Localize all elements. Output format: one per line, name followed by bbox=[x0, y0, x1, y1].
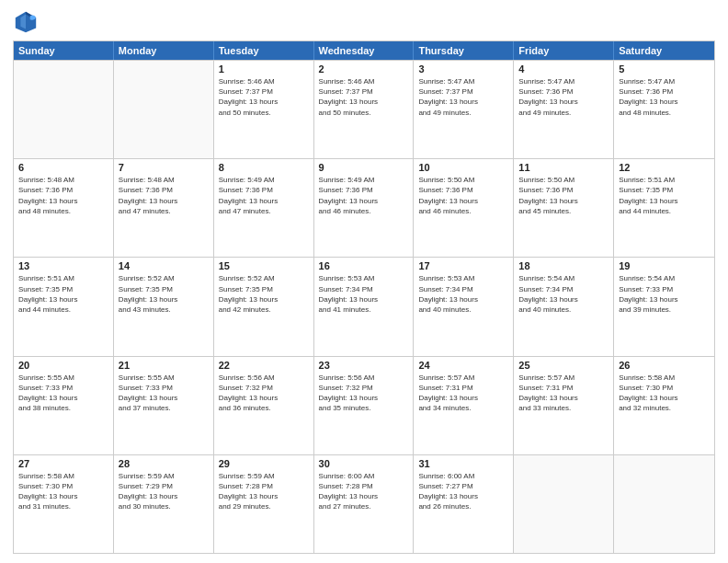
day-info: Sunrise: 5:54 AM Sunset: 7:33 PM Dayligh… bbox=[619, 273, 710, 315]
week-row-5: 27Sunrise: 5:58 AM Sunset: 7:30 PM Dayli… bbox=[14, 454, 714, 553]
cal-cell: 6Sunrise: 5:48 AM Sunset: 7:36 PM Daylig… bbox=[14, 159, 114, 257]
day-info: Sunrise: 5:57 AM Sunset: 7:31 PM Dayligh… bbox=[418, 373, 508, 414]
cal-cell: 3Sunrise: 5:47 AM Sunset: 7:37 PM Daylig… bbox=[414, 61, 514, 158]
day-number: 27 bbox=[18, 458, 108, 469]
day-info: Sunrise: 5:53 AM Sunset: 7:34 PM Dayligh… bbox=[418, 273, 508, 315]
cal-cell: 21Sunrise: 5:55 AM Sunset: 7:33 PM Dayli… bbox=[114, 357, 214, 454]
day-info: Sunrise: 5:46 AM Sunset: 7:37 PM Dayligh… bbox=[319, 76, 409, 118]
cal-cell: 30Sunrise: 6:00 AM Sunset: 7:28 PM Dayli… bbox=[314, 455, 415, 553]
cal-cell bbox=[514, 455, 614, 553]
cal-cell: 7Sunrise: 5:48 AM Sunset: 7:36 PM Daylig… bbox=[114, 159, 214, 257]
day-number: 30 bbox=[319, 458, 409, 469]
day-number: 18 bbox=[518, 260, 609, 271]
day-number: 31 bbox=[418, 458, 508, 469]
day-info: Sunrise: 5:50 AM Sunset: 7:36 PM Dayligh… bbox=[418, 175, 508, 216]
day-info: Sunrise: 5:54 AM Sunset: 7:34 PM Dayligh… bbox=[518, 273, 609, 315]
day-info: Sunrise: 5:48 AM Sunset: 7:36 PM Dayligh… bbox=[119, 175, 209, 216]
header-cell-monday: Monday bbox=[114, 41, 214, 60]
week-row-2: 6Sunrise: 5:48 AM Sunset: 7:36 PM Daylig… bbox=[14, 158, 714, 257]
day-info: Sunrise: 5:55 AM Sunset: 7:33 PM Dayligh… bbox=[18, 373, 108, 414]
day-info: Sunrise: 5:52 AM Sunset: 7:35 PM Dayligh… bbox=[119, 273, 209, 315]
day-info: Sunrise: 5:46 AM Sunset: 7:37 PM Dayligh… bbox=[219, 76, 309, 118]
calendar-body: 1Sunrise: 5:46 AM Sunset: 7:37 PM Daylig… bbox=[14, 60, 714, 553]
header-cell-tuesday: Tuesday bbox=[214, 41, 314, 60]
day-number: 19 bbox=[619, 260, 710, 271]
day-number: 16 bbox=[319, 260, 409, 271]
cal-cell: 23Sunrise: 5:56 AM Sunset: 7:32 PM Dayli… bbox=[314, 357, 415, 454]
day-number: 15 bbox=[219, 260, 309, 271]
cal-cell: 12Sunrise: 5:51 AM Sunset: 7:35 PM Dayli… bbox=[614, 159, 714, 257]
logo bbox=[13, 9, 42, 35]
header-cell-friday: Friday bbox=[514, 41, 614, 60]
cal-cell: 20Sunrise: 5:55 AM Sunset: 7:33 PM Dayli… bbox=[14, 357, 114, 454]
week-row-1: 1Sunrise: 5:46 AM Sunset: 7:37 PM Daylig… bbox=[14, 60, 714, 158]
day-number: 29 bbox=[219, 458, 309, 469]
day-number: 3 bbox=[418, 63, 508, 75]
day-number: 10 bbox=[418, 162, 508, 173]
day-number: 11 bbox=[518, 162, 609, 173]
day-info: Sunrise: 5:47 AM Sunset: 7:36 PM Dayligh… bbox=[518, 76, 609, 118]
page: SundayMondayTuesdayWednesdayThursdayFrid… bbox=[0, 0, 728, 563]
day-info: Sunrise: 5:58 AM Sunset: 7:30 PM Dayligh… bbox=[619, 373, 710, 414]
cal-cell: 17Sunrise: 5:53 AM Sunset: 7:34 PM Dayli… bbox=[414, 258, 514, 355]
cal-cell: 22Sunrise: 5:56 AM Sunset: 7:32 PM Dayli… bbox=[214, 357, 314, 454]
cal-cell: 5Sunrise: 5:47 AM Sunset: 7:36 PM Daylig… bbox=[614, 61, 714, 158]
day-number: 14 bbox=[119, 260, 209, 271]
cal-cell: 10Sunrise: 5:50 AM Sunset: 7:36 PM Dayli… bbox=[414, 159, 514, 257]
cal-cell: 9Sunrise: 5:49 AM Sunset: 7:36 PM Daylig… bbox=[314, 159, 415, 257]
day-number: 22 bbox=[219, 360, 309, 371]
day-number: 8 bbox=[219, 162, 309, 173]
day-info: Sunrise: 6:00 AM Sunset: 7:27 PM Dayligh… bbox=[418, 471, 508, 512]
day-info: Sunrise: 5:49 AM Sunset: 7:36 PM Dayligh… bbox=[219, 175, 309, 216]
day-number: 9 bbox=[319, 162, 409, 173]
cal-cell: 8Sunrise: 5:49 AM Sunset: 7:36 PM Daylig… bbox=[214, 159, 314, 257]
cal-cell bbox=[14, 61, 114, 158]
cal-cell: 28Sunrise: 5:59 AM Sunset: 7:29 PM Dayli… bbox=[114, 455, 214, 553]
calendar-header: SundayMondayTuesdayWednesdayThursdayFrid… bbox=[14, 41, 714, 60]
header-cell-wednesday: Wednesday bbox=[314, 41, 415, 60]
header-cell-thursday: Thursday bbox=[414, 41, 514, 60]
cal-cell: 18Sunrise: 5:54 AM Sunset: 7:34 PM Dayli… bbox=[514, 258, 614, 355]
cal-cell: 11Sunrise: 5:50 AM Sunset: 7:36 PM Dayli… bbox=[514, 159, 614, 257]
day-info: Sunrise: 5:58 AM Sunset: 7:30 PM Dayligh… bbox=[18, 471, 108, 512]
cal-cell bbox=[614, 455, 714, 553]
week-row-3: 13Sunrise: 5:51 AM Sunset: 7:35 PM Dayli… bbox=[14, 257, 714, 355]
cal-cell: 15Sunrise: 5:52 AM Sunset: 7:35 PM Dayli… bbox=[214, 258, 314, 355]
day-info: Sunrise: 5:53 AM Sunset: 7:34 PM Dayligh… bbox=[319, 273, 409, 315]
cal-cell: 16Sunrise: 5:53 AM Sunset: 7:34 PM Dayli… bbox=[314, 258, 415, 355]
day-info: Sunrise: 5:49 AM Sunset: 7:36 PM Dayligh… bbox=[319, 175, 409, 216]
day-number: 26 bbox=[619, 360, 710, 371]
day-number: 24 bbox=[418, 360, 508, 371]
day-info: Sunrise: 5:47 AM Sunset: 7:37 PM Dayligh… bbox=[418, 76, 508, 118]
logo-icon bbox=[13, 9, 39, 35]
cal-cell: 24Sunrise: 5:57 AM Sunset: 7:31 PM Dayli… bbox=[414, 357, 514, 454]
day-number: 17 bbox=[418, 260, 508, 271]
day-number: 5 bbox=[619, 63, 710, 75]
day-info: Sunrise: 5:51 AM Sunset: 7:35 PM Dayligh… bbox=[619, 175, 710, 216]
day-info: Sunrise: 5:48 AM Sunset: 7:36 PM Dayligh… bbox=[18, 175, 108, 216]
cal-cell: 26Sunrise: 5:58 AM Sunset: 7:30 PM Dayli… bbox=[614, 357, 714, 454]
day-number: 12 bbox=[619, 162, 710, 173]
cal-cell: 14Sunrise: 5:52 AM Sunset: 7:35 PM Dayli… bbox=[114, 258, 214, 355]
day-info: Sunrise: 5:47 AM Sunset: 7:36 PM Dayligh… bbox=[619, 76, 710, 118]
cal-cell: 4Sunrise: 5:47 AM Sunset: 7:36 PM Daylig… bbox=[514, 61, 614, 158]
cal-cell: 13Sunrise: 5:51 AM Sunset: 7:35 PM Dayli… bbox=[14, 258, 114, 355]
day-number: 6 bbox=[18, 162, 108, 173]
day-number: 25 bbox=[518, 360, 609, 371]
cal-cell: 29Sunrise: 5:59 AM Sunset: 7:28 PM Dayli… bbox=[214, 455, 314, 553]
day-info: Sunrise: 5:55 AM Sunset: 7:33 PM Dayligh… bbox=[119, 373, 209, 414]
day-number: 2 bbox=[319, 63, 409, 75]
day-number: 23 bbox=[319, 360, 409, 371]
cal-cell: 2Sunrise: 5:46 AM Sunset: 7:37 PM Daylig… bbox=[314, 61, 415, 158]
week-row-4: 20Sunrise: 5:55 AM Sunset: 7:33 PM Dayli… bbox=[14, 356, 714, 454]
header-cell-saturday: Saturday bbox=[614, 41, 714, 60]
day-info: Sunrise: 5:51 AM Sunset: 7:35 PM Dayligh… bbox=[18, 273, 108, 315]
day-number: 20 bbox=[18, 360, 108, 371]
day-number: 7 bbox=[119, 162, 209, 173]
day-number: 13 bbox=[18, 260, 108, 271]
day-number: 21 bbox=[119, 360, 209, 371]
day-number: 1 bbox=[219, 63, 309, 75]
day-info: Sunrise: 5:59 AM Sunset: 7:28 PM Dayligh… bbox=[219, 471, 309, 512]
cal-cell: 25Sunrise: 5:57 AM Sunset: 7:31 PM Dayli… bbox=[514, 357, 614, 454]
day-number: 4 bbox=[518, 63, 609, 75]
